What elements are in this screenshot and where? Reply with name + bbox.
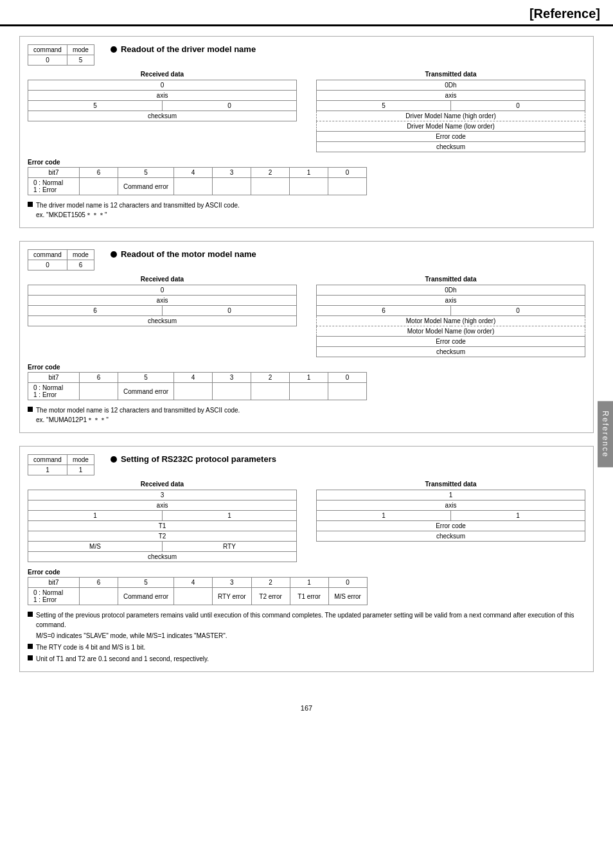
section3-header: command mode 1 1 Setting of RS232C proto…: [28, 454, 585, 475]
received-grid: 0 axis 5 0 checksum: [28, 80, 297, 121]
section-driver-model: command mode 0 5 Readout of the driver m…: [19, 36, 594, 228]
section3-transmitted: Transmitted data 1 axis 1 1 Error code c…: [316, 481, 585, 562]
section-rs232c: command mode 1 1 Setting of RS232C proto…: [19, 446, 594, 672]
section-motor-model: command mode 0 6 Readout of the motor mo…: [19, 241, 594, 433]
received-label-2: Received data: [28, 276, 297, 283]
section2-cmd-table: command mode 0 6: [28, 249, 94, 270]
received-label: Received data: [28, 71, 297, 78]
note-bullet-2: [28, 407, 33, 412]
received-label-3: Received data: [28, 481, 297, 488]
note-bullet-3a: [28, 612, 33, 617]
bullet-icon-2: [111, 251, 117, 258]
section3-received: Received data 3 axis 1 1 T1 T2 M/S RTY c…: [28, 481, 297, 562]
section1-title: Readout of the driver model name: [104, 44, 256, 54]
section3-cmd-table: command mode 1 1: [28, 454, 94, 475]
transmitted-grid: 0Dh axis 5 0 Driver Model Name (high ord…: [316, 80, 585, 152]
bullet-icon-3: [111, 456, 117, 463]
section3-data-row: Received data 3 axis 1 1 T1 T2 M/S RTY c…: [28, 481, 585, 562]
section2-error: Error code bit7 6 5 4 3 2 1 0 0 : Normal…: [28, 364, 585, 400]
transmitted-grid-2: 0Dh axis 6 0 Motor Model Name (high orde…: [316, 285, 585, 357]
section1-header: command mode 0 5 Readout of the driver m…: [28, 44, 585, 66]
section1-error: Error code bit7 6 5 4 3 2 1 0 0 : Normal…: [28, 159, 585, 195]
note-bullet: [28, 202, 33, 207]
received-grid-3: 3 axis 1 1 T1 T2 M/S RTY checksum: [28, 490, 297, 562]
section1-notes: The driver model name is 12 characters a…: [28, 200, 585, 220]
section3-error: Error code bit7 6 5 4 3 2 1 0 0 : Normal…: [28, 569, 585, 605]
page-title: [Reference]: [0, 0, 613, 26]
section1-cmd-table: command mode 0 5: [28, 44, 94, 66]
section2-title: Readout of the motor model name: [104, 249, 256, 259]
section2-data-row: Received data 0 axis 6 0 checksum Transm…: [28, 276, 585, 357]
side-tab: Reference: [598, 401, 613, 467]
section3-title: Setting of RS232C protocol parameters: [104, 454, 276, 464]
bullet-icon: [111, 46, 117, 53]
reference-title: [Reference]: [529, 6, 600, 21]
error-grid-1: bit7 6 5 4 3 2 1 0 0 : Normal1 : Error C…: [28, 167, 367, 195]
received-grid-2: 0 axis 6 0 checksum: [28, 285, 297, 326]
section1-data-row: Received data 0 axis 5 0 checksum Transm…: [28, 71, 585, 152]
transmitted-label: Transmitted data: [316, 71, 585, 78]
transmitted-label-3: Transmitted data: [316, 481, 585, 488]
section2-header: command mode 0 6 Readout of the motor mo…: [28, 249, 585, 270]
note-bullet-3c: [28, 655, 33, 660]
error-grid-3: bit7 6 5 4 3 2 1 0 0 : Normal1 : Error C…: [28, 577, 368, 605]
content-area: command mode 0 5 Readout of the driver m…: [0, 26, 613, 698]
transmitted-label-2: Transmitted data: [316, 276, 585, 283]
section1-transmitted: Transmitted data 0Dh axis 5 0 Driver Mod…: [316, 71, 585, 152]
page-number: 167: [0, 704, 613, 712]
error-grid-2: bit7 6 5 4 3 2 1 0 0 : Normal1 : Error C…: [28, 372, 367, 400]
note-bullet-3b: [28, 644, 33, 649]
section2-notes: The motor model name is 12 characters an…: [28, 405, 585, 425]
transmitted-grid-3: 1 axis 1 1 Error code checksum: [316, 490, 585, 542]
section2-transmitted: Transmitted data 0Dh axis 6 0 Motor Mode…: [316, 276, 585, 357]
section2-received: Received data 0 axis 6 0 checksum: [28, 276, 297, 357]
section3-notes: Setting of the previous protocol paramet…: [28, 610, 585, 664]
section1-received: Received data 0 axis 5 0 checksum: [28, 71, 297, 152]
